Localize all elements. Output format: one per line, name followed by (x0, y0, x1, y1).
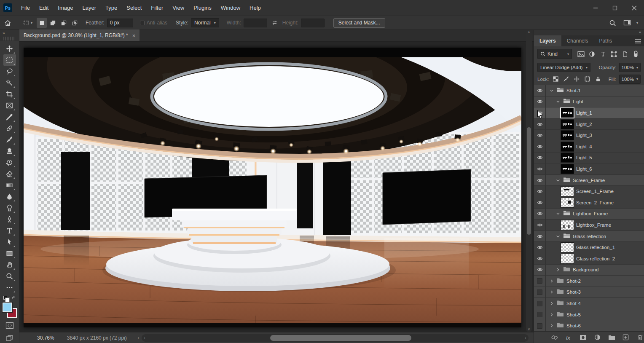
new-layer-icon[interactable] (622, 333, 630, 342)
menu-item-select[interactable]: Select (122, 0, 146, 16)
layer-thumbnail[interactable] (561, 108, 574, 118)
collapse-group-icon[interactable] (555, 178, 561, 182)
chevron-down-icon[interactable]: ▾ (636, 21, 638, 25)
menu-item-help[interactable]: Help (245, 0, 266, 16)
style-select[interactable]: Normal ▾ (191, 18, 219, 27)
layer-thumbnail[interactable] (561, 254, 574, 263)
visibility-toggle[interactable] (534, 209, 546, 220)
layer-row-light[interactable]: Light (534, 96, 644, 108)
layer-effects-icon[interactable]: fx (565, 333, 573, 342)
link-layers-icon[interactable] (551, 333, 559, 342)
visibility-toggle[interactable] (534, 220, 546, 230)
menu-item-layer[interactable]: Layer (78, 0, 101, 16)
filter-pixel-layers-icon[interactable] (576, 49, 586, 59)
visibility-toggle[interactable] (534, 130, 546, 141)
layer-row-shot-2[interactable]: Shot-2 (534, 276, 644, 287)
layer-thumbnail[interactable] (561, 187, 574, 196)
screen-mode-icon[interactable] (3, 333, 16, 343)
tab-layers[interactable]: Layers (534, 35, 561, 46)
layer-row-light-5[interactable]: Light_5 (534, 153, 644, 164)
blur-tool[interactable] (3, 191, 16, 202)
layer-thumbnail[interactable] (561, 142, 574, 151)
visibility-toggle[interactable] (534, 231, 546, 242)
feather-input[interactable]: 0 px (107, 19, 133, 27)
zoom-tool[interactable] (3, 271, 16, 282)
panel-menu-icon[interactable] (635, 38, 641, 46)
horizontal-scroll-thumb[interactable] (270, 335, 411, 341)
layer-row-light-1[interactable]: Light_1 (534, 107, 644, 119)
clone-stamp-tool[interactable] (3, 145, 16, 157)
subtract-from-selection-icon[interactable] (59, 18, 69, 28)
swap-colors-icon[interactable] (11, 295, 16, 303)
foreground-color-swatch[interactable] (3, 303, 12, 312)
move-tool[interactable] (3, 43, 16, 54)
visibility-toggle[interactable] (534, 141, 546, 152)
frame-tool[interactable] (3, 100, 16, 111)
vertical-scrollbar[interactable]: ∧ ∨ (526, 30, 532, 332)
healing-brush-tool[interactable] (3, 123, 16, 134)
quick-mask-icon[interactable] (3, 320, 16, 330)
visibility-toggle[interactable] (534, 153, 546, 163)
new-selection-icon[interactable] (37, 18, 47, 28)
current-tool-preset[interactable]: ▾ (21, 19, 34, 27)
layer-thumbnail[interactable] (561, 131, 574, 140)
lock-artboard-icon[interactable] (584, 75, 591, 83)
filter-type-layers-icon[interactable] (598, 49, 608, 59)
maximize-button[interactable] (605, 0, 625, 16)
visibility-toggle[interactable] (534, 265, 546, 276)
collapse-panel-icon[interactable]: » (639, 30, 641, 35)
new-group-icon[interactable] (608, 333, 616, 342)
lock-transparency-icon[interactable] (552, 75, 560, 83)
rectangle-tool[interactable] (3, 248, 16, 259)
expand-group-icon[interactable] (549, 301, 554, 305)
hand-tool[interactable] (3, 259, 16, 271)
zoom-level[interactable]: 30.76% (37, 335, 54, 341)
filter-smart-objects-icon[interactable] (620, 49, 630, 59)
vertical-scroll-thumb[interactable] (527, 127, 531, 235)
visibility-toggle[interactable] (534, 298, 546, 309)
intersect-selection-icon[interactable] (70, 18, 80, 28)
add-to-selection-icon[interactable] (48, 18, 58, 28)
dodge-tool[interactable] (3, 202, 16, 214)
expand-group-icon[interactable] (549, 279, 554, 283)
layer-row-light-6[interactable]: Light_6 (534, 163, 644, 175)
layer-thumbnail[interactable] (561, 120, 574, 129)
magic-wand-tool[interactable] (3, 77, 16, 88)
menu-item-edit[interactable]: Edit (35, 0, 53, 16)
collapse-panel-icon[interactable]: » (3, 31, 5, 35)
minimize-button[interactable] (586, 0, 605, 16)
visibility-toggle[interactable] (534, 276, 546, 287)
layer-row-shot-3[interactable]: Shot-3 (534, 287, 644, 298)
layer-row-background[interactable]: Background (534, 265, 644, 276)
menu-item-plugins[interactable]: Plugins (189, 0, 216, 16)
lasso-tool[interactable] (3, 66, 16, 77)
visibility-toggle[interactable] (534, 85, 546, 96)
lock-pixels-icon[interactable] (563, 75, 570, 83)
gradient-tool[interactable] (3, 180, 16, 191)
home-icon[interactable] (3, 18, 13, 28)
visibility-toggle[interactable] (534, 186, 546, 197)
horizontal-scrollbar[interactable]: ‹ › (142, 334, 529, 342)
width-input[interactable] (244, 19, 267, 27)
select-and-mask-button[interactable]: Select and Mask... (333, 18, 385, 28)
new-adjustment-layer-icon[interactable] (593, 333, 601, 342)
delete-layer-icon[interactable] (636, 333, 644, 342)
opacity-input[interactable]: 100% ▾ (619, 63, 641, 72)
lock-position-icon[interactable] (573, 75, 581, 83)
visibility-toggle[interactable] (534, 287, 546, 298)
expand-group-icon[interactable] (555, 268, 561, 272)
tab-channels[interactable]: Channels (561, 35, 594, 46)
path-selection-tool[interactable] (3, 236, 16, 248)
visibility-toggle[interactable] (534, 197, 546, 208)
search-icon[interactable] (608, 18, 618, 28)
document-canvas[interactable] (24, 48, 521, 327)
blend-mode-select[interactable]: Linear Dodge (Add) ▾ (537, 63, 590, 72)
anti-alias-checkbox[interactable] (140, 21, 145, 25)
lock-all-icon[interactable] (594, 75, 602, 83)
crop-tool[interactable] (3, 88, 16, 100)
scroll-right-icon[interactable]: › (523, 334, 529, 342)
layer-row-screen-frame[interactable]: Screen_Frame (534, 175, 644, 186)
layer-row-screen-2-frame[interactable]: Screen_2_Frame (534, 197, 644, 209)
eraser-tool[interactable] (3, 168, 16, 180)
menu-item-file[interactable]: File (16, 0, 35, 16)
